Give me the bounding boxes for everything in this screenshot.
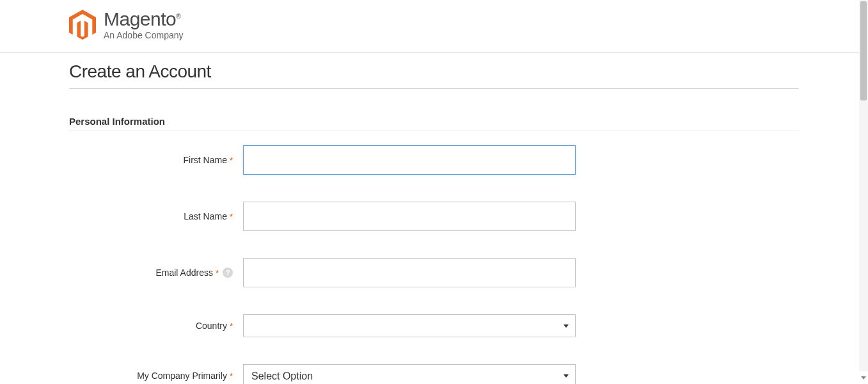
logo-brand-text: Magento® [104,10,184,29]
title-divider [69,88,799,89]
section-title: Personal Information [69,116,799,131]
scrollbar-down-icon[interactable] [859,371,868,384]
last-name-input[interactable] [243,202,576,231]
first-name-label: First Name [183,155,226,165]
scrollbar-thumb[interactable] [860,1,867,100]
section-divider [69,131,799,131]
country-label: Country [196,321,227,331]
required-indicator: * [216,268,219,278]
company-primarily-label: My Company Primarily [137,371,227,381]
scrollbar-track[interactable] [859,0,868,371]
help-icon[interactable]: ? [223,268,233,278]
required-indicator: * [230,321,233,331]
required-indicator: * [230,371,233,381]
magento-logo[interactable]: Magento® An Adobe Company [69,10,868,40]
email-input[interactable] [243,258,576,287]
first-name-input[interactable] [243,145,576,175]
required-indicator: * [230,212,233,221]
logo-subtitle: An Adobe Company [104,30,184,40]
page-title: Create an Account [69,52,799,88]
last-name-label: Last Name [184,211,227,221]
magento-hexagon-icon [69,10,96,40]
email-label: Email Address [155,268,212,278]
company-primarily-select[interactable]: Select Option [243,364,576,384]
required-indicator: * [230,156,233,165]
country-select[interactable] [243,314,576,337]
